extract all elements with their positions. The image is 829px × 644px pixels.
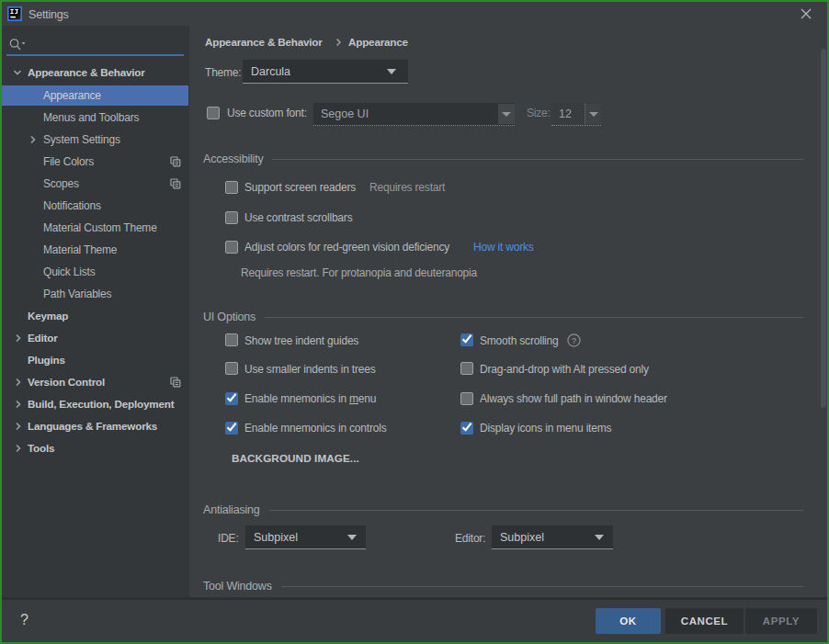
svg-text:?: ? — [572, 335, 576, 345]
